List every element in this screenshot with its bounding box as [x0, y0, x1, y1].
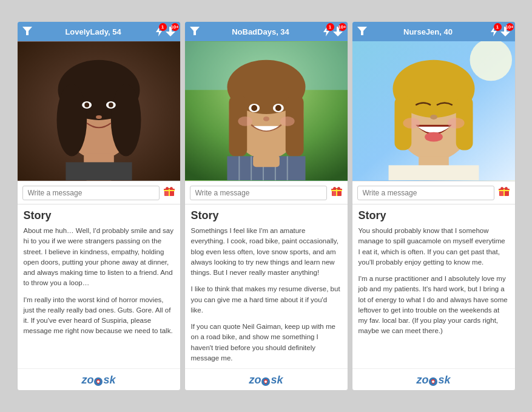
story-paragraph-0: About me huh… Well, I'd probably smile a…	[24, 226, 174, 289]
lightning-badge[interactable]: 1	[155, 27, 163, 36]
svg-rect-75	[499, 190, 510, 191]
filter-icon[interactable]	[22, 27, 32, 37]
svg-rect-52	[331, 190, 342, 191]
story-paragraph-2: If you can quote Neil Gaiman, keep up wi…	[191, 322, 342, 363]
profile-name: LovelyLady, 54	[32, 27, 155, 36]
svg-rect-33	[285, 96, 303, 156]
filter-icon[interactable]	[190, 27, 200, 37]
app-container: LovelyLady, 54 1 10+	[12, 16, 520, 396]
svg-point-13	[108, 103, 113, 107]
story-section: StoryYou should probably know that I som…	[352, 204, 515, 368]
notification-badges: 1 10+	[155, 27, 175, 36]
profile-card-no-bad-days: NoBadDays, 34 1 10+	[184, 21, 348, 391]
card-footer: zo sk	[185, 368, 348, 390]
svg-point-23	[97, 380, 99, 383]
svg-point-65	[425, 132, 443, 142]
svg-point-67	[403, 118, 420, 129]
svg-rect-16	[66, 162, 132, 180]
story-paragraph-1: I'm really into the worst kind of horror…	[24, 295, 174, 337]
gift-icon[interactable]	[498, 185, 510, 200]
story-section: StorySomethings I feel like I'm an amatu…	[185, 204, 348, 368]
svg-marker-58	[500, 32, 510, 36]
message-input[interactable]	[357, 186, 494, 200]
svg-marker-55	[357, 27, 367, 35]
badge-count-2: 10+	[506, 23, 514, 31]
card-footer: zo sk	[352, 368, 515, 390]
filter-icon[interactable]	[357, 27, 367, 37]
notification-badges: 1 10+	[322, 27, 343, 36]
svg-point-54	[264, 380, 267, 383]
gift-icon[interactable]	[163, 185, 175, 200]
svg-rect-47	[253, 155, 280, 167]
story-title: Story	[191, 209, 342, 222]
svg-rect-20	[169, 188, 170, 196]
download-badge[interactable]: 10+	[166, 27, 175, 36]
story-paragraph-1: I'm a nurse practitioner and I absolutel…	[359, 274, 509, 337]
svg-rect-70	[388, 165, 479, 180]
card-header: LovelyLady, 54 1 10+	[18, 22, 180, 41]
lightning-badge[interactable]: 1	[490, 27, 498, 36]
svg-point-36	[251, 105, 257, 111]
card-footer: zo sk	[18, 368, 180, 390]
lightning-badge[interactable]: 1	[322, 27, 331, 36]
profile-photo	[18, 41, 180, 181]
story-paragraph-0: You should probably know that I somehow …	[359, 226, 509, 268]
zoosk-logo: zo sk	[81, 374, 115, 387]
message-input[interactable]	[22, 186, 160, 200]
profile-photo	[185, 41, 348, 181]
svg-marker-0	[22, 27, 32, 35]
story-section: StoryAbout me huh… Well, I'd probably sm…	[18, 204, 180, 368]
svg-point-40	[280, 117, 294, 126]
svg-marker-27	[333, 32, 343, 36]
story-title: Story	[359, 209, 509, 222]
svg-point-38	[263, 117, 269, 121]
svg-point-14	[96, 115, 102, 119]
story-paragraph-0: Somethings I feel like I'm an amature ev…	[191, 226, 342, 278]
badge-count-2: 10+	[171, 23, 179, 31]
zoosk-logo: zo sk	[249, 374, 283, 387]
message-row	[18, 181, 180, 204]
svg-rect-21	[164, 190, 175, 191]
download-badge[interactable]: 10+	[333, 27, 343, 36]
svg-point-12	[84, 103, 89, 107]
svg-point-39	[238, 117, 252, 126]
gift-icon[interactable]	[331, 185, 343, 200]
card-header: NoBadDays, 34 1 10+	[185, 22, 348, 41]
svg-point-9	[110, 84, 141, 156]
badge-count-2: 10+	[338, 23, 346, 31]
profile-photo	[352, 41, 515, 181]
message-row	[185, 181, 348, 204]
svg-marker-3	[166, 32, 175, 36]
profile-card-lovely-lady: LovelyLady, 54 1 10+	[17, 21, 181, 391]
profile-card-nurse-jen: NurseJen, 40 1 10+	[352, 21, 516, 391]
svg-point-37	[275, 105, 281, 111]
svg-point-8	[56, 84, 87, 156]
svg-rect-74	[503, 188, 505, 196]
svg-point-68	[447, 118, 464, 129]
svg-rect-51	[336, 188, 337, 196]
svg-point-66	[430, 115, 437, 120]
download-badge[interactable]: 10+	[500, 27, 510, 36]
svg-marker-24	[190, 27, 200, 35]
message-input[interactable]	[190, 186, 327, 200]
svg-point-77	[432, 380, 434, 383]
zoosk-logo: zo sk	[416, 374, 450, 387]
svg-rect-32	[229, 96, 247, 156]
notification-badges: 1 10+	[490, 27, 510, 36]
card-header: NurseJen, 40 1 10+	[352, 22, 515, 41]
story-paragraph-1: I like to think that makes my resume div…	[191, 284, 342, 316]
story-title: Story	[24, 209, 174, 222]
profile-name: NurseJen, 40	[367, 27, 490, 36]
profile-name: NoBadDays, 34	[200, 27, 322, 36]
message-row	[352, 181, 515, 204]
